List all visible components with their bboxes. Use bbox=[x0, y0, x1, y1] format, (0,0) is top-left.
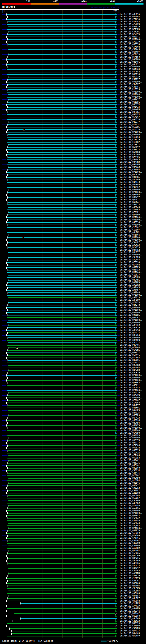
alignment-row[interactable]: UniRef100_C0S7B1 bbox=[0, 580, 146, 582]
hit-accession-label[interactable]: UniRef100_A9TYC5 bbox=[120, 286, 140, 289]
hit-accession-label[interactable]: UniRef100_UPI000.. bbox=[120, 512, 142, 514]
alignment-bar[interactable] bbox=[8, 22, 116, 22]
alignment-bar[interactable] bbox=[7, 92, 116, 92]
alignment-row[interactable]: UniRef100_C6LSW3 bbox=[0, 587, 146, 590]
alignment-bar[interactable] bbox=[7, 453, 116, 454]
hit-accession-label[interactable]: UniRef100_C3ZTF1 bbox=[120, 86, 140, 88]
alignment-bar[interactable] bbox=[8, 54, 116, 55]
hit-accession-label[interactable]: UniRef100_Q00V92 bbox=[120, 567, 140, 570]
alignment-row[interactable]: UniRef100_Q4SSK4 bbox=[0, 382, 146, 384]
alignment-row[interactable]: UniRef100_UPI000.. bbox=[0, 510, 146, 512]
alignment-bar[interactable] bbox=[7, 29, 116, 30]
hit-accession-label[interactable]: UniRef100_C4JNX0 bbox=[120, 620, 140, 622]
alignment-row[interactable]: UniRef100_Q4UDE7 bbox=[0, 597, 146, 600]
alignment-bar[interactable] bbox=[8, 483, 116, 484]
alignment-row[interactable]: UniRef100_Q4CU60 bbox=[0, 467, 146, 470]
alignment-bar[interactable] bbox=[8, 546, 116, 546]
alignment-bar[interactable] bbox=[7, 571, 116, 571]
alignment-bar[interactable] bbox=[8, 370, 116, 371]
alignment-row[interactable]: UniRef100_Q7PL67 bbox=[0, 399, 146, 402]
alignment-bar[interactable] bbox=[8, 360, 116, 361]
alignment-row[interactable]: UniRef100_C9SGS4 bbox=[0, 470, 146, 472]
alignment-row[interactable]: UniRef100_UPI000.. bbox=[0, 429, 146, 432]
alignment-bar[interactable] bbox=[7, 430, 116, 431]
alignment-bar[interactable] bbox=[7, 64, 116, 65]
alignment-bar[interactable] bbox=[8, 134, 116, 135]
alignment-bar[interactable] bbox=[7, 260, 116, 260]
alignment-bar[interactable] bbox=[8, 257, 116, 258]
alignment-bar[interactable] bbox=[8, 242, 116, 243]
hit-accession-label[interactable]: UniRef100_C1BFI7 bbox=[120, 274, 140, 276]
hit-accession-label[interactable]: UniRef100_A3F4S4 bbox=[120, 329, 140, 332]
hit-accession-label[interactable]: UniRef100_A7APX9 bbox=[120, 605, 140, 607]
alignment-row[interactable]: UniRef100_UPI000.. bbox=[0, 512, 146, 514]
alignment-bar[interactable] bbox=[8, 100, 116, 100]
alignment-bar[interactable] bbox=[7, 345, 116, 346]
alignment-bar[interactable] bbox=[8, 550, 116, 551]
alignment-bar[interactable] bbox=[8, 157, 116, 158]
alignment-row[interactable]: UniRef100_A7TZ37 bbox=[0, 362, 146, 364]
alignment-bar[interactable] bbox=[7, 327, 116, 328]
alignment-row[interactable]: UniRef100_B6SQF0 bbox=[0, 615, 146, 617]
alignment-row[interactable]: UniRef100_B2YI25 bbox=[0, 246, 146, 249]
alignment-bar[interactable] bbox=[7, 395, 116, 396]
hit-accession-label[interactable]: UniRef100_Q6XHY2 bbox=[120, 351, 140, 354]
alignment-row[interactable]: UniRef100_C5P6X6 bbox=[0, 552, 146, 555]
alignment-bar[interactable] bbox=[7, 566, 116, 566]
alignment-bar[interactable] bbox=[7, 440, 116, 441]
hit-accession-label[interactable]: UniRef100_Q4S138 bbox=[120, 221, 140, 224]
alignment-bar[interactable] bbox=[7, 606, 116, 606]
alignment-row[interactable]: UniRef100_A4RHG5 bbox=[0, 562, 146, 565]
alignment-row[interactable]: UniRef100_B2YHY0 bbox=[0, 33, 146, 36]
alignment-row[interactable]: UniRef100_Q38HU5 bbox=[0, 276, 146, 279]
hit-accession-label[interactable]: UniRef100_UPI000.. bbox=[120, 38, 142, 41]
alignment-bar[interactable] bbox=[7, 498, 116, 498]
alignment-bar[interactable] bbox=[8, 184, 116, 185]
alignment-row[interactable]: UniRef100_C1M0G8 bbox=[0, 402, 146, 404]
alignment-bar[interactable] bbox=[7, 127, 116, 128]
alignment-bar[interactable] bbox=[7, 285, 116, 286]
alignment-row[interactable]: UniRef100_C0H8E8 bbox=[0, 256, 146, 259]
hit-accession-label[interactable]: UniRef100_Q3U850 bbox=[120, 174, 140, 176]
alignment-row[interactable]: UniRef100_B2B802 bbox=[0, 474, 146, 477]
alignment-bar[interactable] bbox=[8, 428, 116, 428]
alignment-bar[interactable] bbox=[8, 558, 116, 559]
alignment-row[interactable]: UniRef100_A8U9N9 bbox=[0, 179, 146, 181]
alignment-row[interactable]: UniRef100_UPI000.. bbox=[0, 94, 146, 96]
alignment-row[interactable]: UniRef100_P09895 bbox=[0, 184, 146, 186]
alignment-bar[interactable] bbox=[7, 200, 116, 200]
alignment-row[interactable]: UniRef100_Q4P5H9 bbox=[0, 555, 146, 557]
hit-accession-label[interactable]: UniRef100_C7YTC1 bbox=[120, 537, 140, 539]
hit-accession-label[interactable]: UniRef100_UPI000.. bbox=[120, 336, 142, 339]
alignment-bar[interactable] bbox=[8, 139, 116, 140]
hit-accession-label[interactable]: UniRef100_Q7PL68 bbox=[120, 346, 140, 349]
alignment-row[interactable]: UniRef100_UPI000.. bbox=[0, 216, 146, 219]
alignment-row[interactable]: UniRef100_A9S013 bbox=[0, 296, 146, 299]
alignment-bar[interactable] bbox=[7, 463, 116, 464]
alignment-row[interactable]: UniRef100_UPI000.. bbox=[0, 38, 146, 41]
alignment-bar[interactable] bbox=[7, 74, 116, 75]
alignment-row[interactable]: UniRef100_A7R4R2 bbox=[0, 208, 146, 211]
hit-accession-label[interactable]: UniRef100_B4JQ19 bbox=[120, 392, 140, 394]
hit-accession-label[interactable]: UniRef100_C6HT62 bbox=[120, 539, 140, 542]
alignment-bar[interactable] bbox=[7, 616, 116, 616]
alignment-bar[interactable] bbox=[8, 383, 116, 383]
alignment-row[interactable]: UniRef100_Q4N655 bbox=[0, 595, 146, 597]
alignment-row[interactable]: UniRef100_C5DXN6 bbox=[0, 627, 146, 630]
alignment-bar[interactable] bbox=[8, 167, 116, 168]
alignment-bar[interactable] bbox=[8, 292, 116, 293]
alignment-bar[interactable] bbox=[8, 315, 116, 316]
alignment-bar[interactable] bbox=[8, 247, 116, 248]
alignment-row[interactable]: UniRef100_C6TL04 bbox=[0, 168, 146, 171]
alignment-row[interactable]: UniRef100_Q4GXN2 bbox=[0, 550, 146, 552]
alignment-row[interactable]: UniRef100_C0LZZ7 bbox=[0, 342, 146, 344]
hit-accession-label[interactable]: UniRef100_C0NRD6 bbox=[120, 544, 140, 547]
alignment-bar[interactable] bbox=[7, 110, 116, 110]
alignment-bar[interactable] bbox=[7, 340, 116, 340]
alignment-bar[interactable] bbox=[7, 42, 116, 42]
alignment-bar[interactable] bbox=[8, 174, 116, 175]
hit-accession-label[interactable]: UniRef100_Q4SSK4 bbox=[120, 382, 140, 384]
hit-accession-label[interactable]: UniRef100_Q59GX9 bbox=[120, 76, 140, 78]
alignment-row[interactable]: UniRef100_Q59GX9 bbox=[0, 76, 146, 78]
alignment-bar[interactable] bbox=[7, 598, 116, 599]
